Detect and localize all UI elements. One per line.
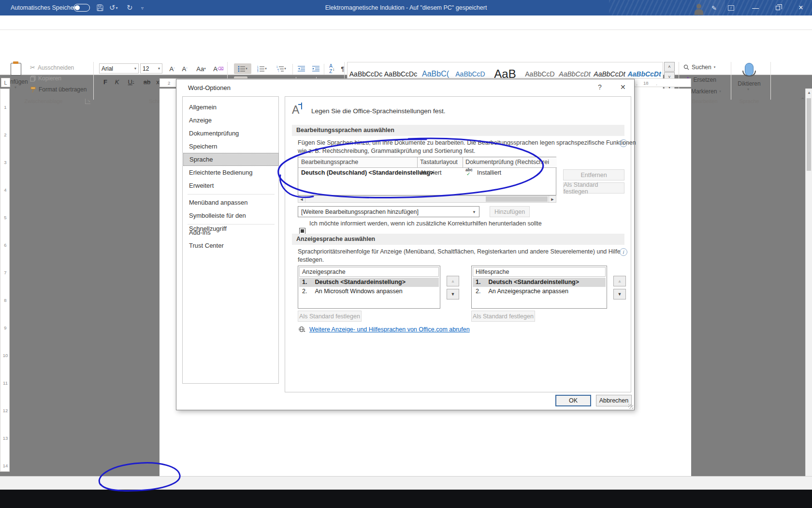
clipboard-dialog-launcher[interactable]: ↘ [85, 99, 90, 104]
remove-language-button[interactable]: Entfernen [563, 169, 624, 180]
nav-menueband-anpassen[interactable]: Menüband anpassen [183, 196, 279, 209]
help-language-list[interactable]: Hilfesprache 1.Deutsch <Standardeinstell… [471, 266, 607, 309]
nav-erleichterte-bedienung[interactable]: Erleichterte Bedienung [183, 166, 279, 179]
bullet-list-icon [238, 66, 246, 72]
ink-pen-icon[interactable]: ✎ [711, 0, 716, 15]
minimize-button[interactable]: — [747, 0, 764, 15]
vertical-ruler[interactable]: 1234567891011121314 [0, 89, 10, 472]
help-language-list-header: Hilfesprache [473, 267, 606, 277]
display-language-list[interactable]: Anzeigesprache 1.Deutsch <Standardeinste… [298, 266, 440, 309]
underline-button[interactable]: U▾ [124, 76, 138, 87]
word-options-dialog: Word-Optionen ? ✕ Allgemein Anzeige Doku… [176, 79, 635, 410]
help-move-up-icon[interactable]: ▲ [613, 276, 626, 286]
autosave-toggle[interactable] [73, 0, 90, 15]
display-language-desc-2: festlegen. [298, 256, 324, 263]
font-size-combo[interactable]: 12▾ [140, 63, 162, 74]
info-icon[interactable]: i [620, 248, 627, 256]
add-language-button[interactable]: Hinzufügen [490, 206, 530, 217]
vertical-scrollbar[interactable]: ▲ [805, 89, 812, 476]
list-item[interactable]: 1.Deutsch <Standardeinstellung> [299, 278, 439, 287]
restore-button[interactable] [769, 0, 786, 15]
dialog-title: Word-Optionen [188, 84, 231, 91]
nav-anzeige[interactable]: Anzeige [183, 114, 279, 127]
table-horizontal-scrollbar[interactable]: ◄ ► [298, 195, 556, 203]
nav-dokumentpruefung[interactable]: Dokumentprüfung [183, 127, 279, 140]
add-language-dropdown[interactable]: [Weitere Bearbeitungssprachen hinzufügen… [298, 206, 479, 217]
ribbon-display-options-icon[interactable]: ↑ [728, 0, 734, 15]
undo-icon[interactable]: ↺▾ [109, 0, 118, 15]
nav-trust-center[interactable]: Trust Center [183, 239, 279, 252]
autosave-label: Automatisches Speichern [11, 0, 79, 15]
editing-languages-desc-2: wie z. B. Rechtschreibung, Grammatikprüf… [298, 148, 476, 154]
font-name-combo[interactable]: Arial▾ [99, 63, 139, 74]
collapse-ribbon-icon[interactable]: ⌃ [800, 97, 805, 103]
show-paragraph-marks-button[interactable]: ¶ [338, 63, 347, 74]
group-label-zwischenablage: Zwischenablage [14, 98, 72, 104]
dialog-help-icon[interactable]: ? [598, 83, 602, 91]
nav-sprache[interactable]: Sprache [183, 153, 279, 166]
row-language: Deutsch (Deutschland) <Standardeinstellu… [301, 169, 434, 176]
language-settings-icon: A [292, 102, 308, 118]
copy-button[interactable]: Kopieren [30, 75, 61, 82]
column-header-language: Bearbeitungssprache [301, 159, 358, 165]
redo-icon[interactable]: ↻ [127, 0, 133, 15]
multilevel-list-button[interactable]: 1ai▾ [273, 63, 290, 74]
set-default-help-button[interactable]: Als Standard festlegen [471, 311, 535, 322]
tab-selector[interactable]: L [1, 78, 10, 87]
get-more-languages-link[interactable]: Weitere Anzeige- und Hilfesprachen von O… [309, 326, 470, 333]
help-move-down-icon[interactable]: ▼ [613, 289, 626, 299]
qat-customize-icon[interactable]: ▿ [141, 0, 144, 15]
nav-erweitert[interactable]: Erweitert [183, 179, 279, 192]
clear-formatting-button[interactable]: A⌫ [212, 63, 225, 74]
save-icon[interactable] [97, 0, 103, 15]
list-item[interactable]: 1.Deutsch <Standardeinstellung> [473, 278, 606, 287]
list-item[interactable]: 2.An Anzeigesprache anpassen [473, 287, 606, 296]
spellcheck-icon: abc ✓ [465, 168, 474, 177]
ribbon-tab-row: Datei Start Einfügen Entwurf Layout Refe… [0, 15, 812, 30]
bullets-button[interactable]: ▾ [234, 63, 251, 74]
nav-speichern[interactable]: Speichern [183, 140, 279, 153]
display-language-desc-1: Sprachprioritätsreihenfolge für Anzeige … [298, 248, 621, 255]
shrink-font-button[interactable]: Aˇ [179, 63, 190, 74]
format-painter-button[interactable]: Format übertragen [30, 86, 87, 93]
numbering-button[interactable]: 123▾ [253, 63, 271, 74]
word-title-bar: Automatisches Speichern ↺▾ ↻ ▿ Elektroma… [0, 0, 812, 15]
display-move-up-icon[interactable]: ▲ [447, 276, 459, 286]
nav-add-ins[interactable]: Add-Ins [183, 226, 279, 239]
numbered-list-icon: 123 [257, 66, 265, 72]
decrease-indent-icon [298, 66, 305, 72]
ok-button[interactable]: OK [555, 395, 591, 406]
clipboard-icon [11, 63, 21, 75]
scrollbar-thumb[interactable] [807, 98, 811, 171]
change-case-button[interactable]: Aa▾ [193, 63, 209, 74]
nav-allgemein[interactable]: Allgemein [183, 101, 279, 114]
sort-button[interactable]: AZ↓ [326, 63, 338, 74]
bold-button[interactable]: F [101, 76, 110, 87]
table-row[interactable]: Deutsch (Deutschland) <Standardeinstellu… [298, 168, 557, 179]
dialog-close-icon[interactable]: ✕ [620, 83, 626, 91]
cut-button[interactable]: ✂Ausschneiden [30, 64, 74, 71]
set-default-display-button[interactable]: Als Standard festlegen [298, 311, 362, 322]
globe-icon [299, 326, 306, 332]
display-move-down-icon[interactable]: ▼ [447, 289, 459, 299]
set-default-editing-button[interactable]: Als Standard festlegen [563, 182, 624, 194]
resize-grip[interactable] [628, 404, 633, 409]
styles-scroll-up-icon[interactable]: ˄ [664, 62, 675, 72]
info-icon[interactable]: i [620, 139, 627, 147]
increase-indent-button[interactable] [309, 63, 322, 74]
find-button[interactable]: Suchen▾ [683, 64, 715, 71]
column-header-keyboard: Tastaturlayout [420, 159, 458, 165]
nav-symbolleiste[interactable]: Symbolleiste für den Schnellzugriff [183, 209, 279, 222]
svg-text:i: i [278, 70, 279, 72]
strikethrough-button[interactable]: ab [141, 76, 153, 87]
editing-languages-table[interactable]: Bearbeitungssprache Tastaturlayout Dokum… [298, 157, 556, 195]
hscroll-thumb[interactable] [486, 196, 548, 202]
decrease-indent-button[interactable] [295, 63, 307, 74]
section-editing-languages: Bearbeitungssprachen auswählen [292, 125, 624, 136]
italic-button[interactable]: K [112, 76, 122, 87]
list-item[interactable]: 2.An Microsoft Windows anpassen [299, 287, 439, 296]
cancel-button[interactable]: Abbrechen [596, 395, 632, 406]
grow-font-button[interactable]: Aˆ [166, 63, 178, 74]
close-button[interactable]: × [793, 0, 809, 15]
status-bar: Seite 9 von 9 798 Wörter x Englisch (Ver… [0, 476, 812, 490]
